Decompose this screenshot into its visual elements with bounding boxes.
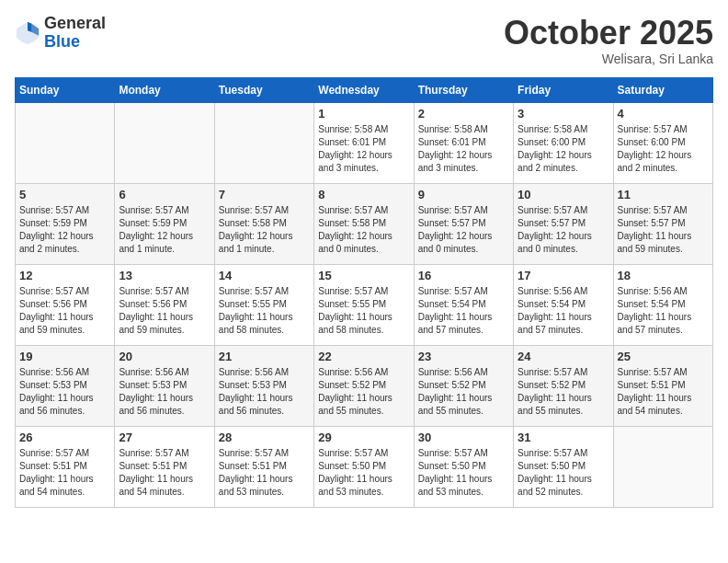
calendar-cell: 15Sunrise: 5:57 AM Sunset: 5:55 PM Dayli… (314, 264, 414, 345)
day-number: 4 (618, 107, 709, 121)
day-info: Sunrise: 5:57 AM Sunset: 5:51 PM Dayligh… (618, 366, 709, 418)
day-number: 21 (219, 350, 310, 363)
day-number: 14 (219, 269, 310, 282)
day-number: 26 (19, 431, 110, 444)
calendar-cell: 25Sunrise: 5:57 AM Sunset: 5:51 PM Dayli… (613, 345, 712, 426)
day-info: Sunrise: 5:57 AM Sunset: 5:52 PM Dayligh… (518, 366, 609, 418)
day-info: Sunrise: 5:57 AM Sunset: 5:57 PM Dayligh… (618, 204, 709, 256)
calendar-week-4: 19Sunrise: 5:56 AM Sunset: 5:53 PM Dayli… (16, 345, 713, 426)
day-info: Sunrise: 5:56 AM Sunset: 5:53 PM Dayligh… (19, 366, 110, 418)
calendar-cell: 24Sunrise: 5:57 AM Sunset: 5:52 PM Dayli… (514, 345, 613, 426)
day-number: 13 (119, 269, 210, 282)
weekday-header-sunday: Sunday (16, 77, 115, 102)
calendar-cell: 28Sunrise: 5:57 AM Sunset: 5:51 PM Dayli… (214, 426, 313, 507)
day-number: 3 (518, 107, 609, 121)
day-number: 25 (618, 350, 709, 363)
day-info: Sunrise: 5:57 AM Sunset: 5:57 PM Dayligh… (418, 204, 509, 256)
calendar-cell: 6Sunrise: 5:57 AM Sunset: 5:59 PM Daylig… (115, 183, 214, 264)
day-info: Sunrise: 5:56 AM Sunset: 5:53 PM Dayligh… (219, 366, 310, 418)
day-info: Sunrise: 5:57 AM Sunset: 5:51 PM Dayligh… (219, 447, 310, 499)
calendar-cell: 13Sunrise: 5:57 AM Sunset: 5:56 PM Dayli… (115, 264, 214, 345)
day-info: Sunrise: 5:57 AM Sunset: 5:57 PM Dayligh… (518, 204, 609, 256)
calendar-cell: 1Sunrise: 5:58 AM Sunset: 6:01 PM Daylig… (314, 102, 414, 183)
weekday-header-row: SundayMondayTuesdayWednesdayThursdayFrid… (16, 77, 713, 102)
calendar-cell: 17Sunrise: 5:56 AM Sunset: 5:54 PM Dayli… (514, 264, 613, 345)
weekday-header-tuesday: Tuesday (214, 77, 313, 102)
day-info: Sunrise: 5:56 AM Sunset: 5:52 PM Dayligh… (318, 366, 409, 418)
day-info: Sunrise: 5:57 AM Sunset: 5:50 PM Dayligh… (318, 447, 409, 499)
calendar-cell: 10Sunrise: 5:57 AM Sunset: 5:57 PM Dayli… (514, 183, 613, 264)
calendar-cell: 7Sunrise: 5:57 AM Sunset: 5:58 PM Daylig… (214, 183, 313, 264)
calendar-cell: 20Sunrise: 5:56 AM Sunset: 5:53 PM Dayli… (115, 345, 214, 426)
day-number: 10 (518, 188, 609, 201)
calendar-cell (214, 102, 313, 183)
calendar-cell: 23Sunrise: 5:56 AM Sunset: 5:52 PM Dayli… (414, 345, 513, 426)
day-info: Sunrise: 5:57 AM Sunset: 5:50 PM Dayligh… (418, 447, 509, 499)
calendar-cell (16, 102, 115, 183)
logo: General Blue (15, 15, 106, 52)
calendar-week-2: 5Sunrise: 5:57 AM Sunset: 5:59 PM Daylig… (16, 183, 713, 264)
calendar-cell: 11Sunrise: 5:57 AM Sunset: 5:57 PM Dayli… (613, 183, 712, 264)
day-info: Sunrise: 5:57 AM Sunset: 5:55 PM Dayligh… (219, 285, 310, 337)
day-info: Sunrise: 5:57 AM Sunset: 5:56 PM Dayligh… (19, 285, 110, 337)
day-info: Sunrise: 5:57 AM Sunset: 5:59 PM Dayligh… (19, 204, 110, 256)
weekday-header-wednesday: Wednesday (314, 77, 414, 102)
calendar-cell: 8Sunrise: 5:57 AM Sunset: 5:58 PM Daylig… (314, 183, 414, 264)
calendar-cell: 26Sunrise: 5:57 AM Sunset: 5:51 PM Dayli… (16, 426, 115, 507)
calendar-cell: 9Sunrise: 5:57 AM Sunset: 5:57 PM Daylig… (414, 183, 513, 264)
day-info: Sunrise: 5:57 AM Sunset: 5:54 PM Dayligh… (418, 285, 509, 337)
location: Welisara, Sri Lanka (504, 52, 713, 66)
day-info: Sunrise: 5:56 AM Sunset: 5:53 PM Dayligh… (119, 366, 210, 418)
day-info: Sunrise: 5:58 AM Sunset: 6:00 PM Dayligh… (518, 123, 609, 175)
calendar-cell: 2Sunrise: 5:58 AM Sunset: 6:01 PM Daylig… (414, 102, 513, 183)
calendar-week-1: 1Sunrise: 5:58 AM Sunset: 6:01 PM Daylig… (16, 102, 713, 183)
day-info: Sunrise: 5:56 AM Sunset: 5:52 PM Dayligh… (418, 366, 509, 418)
calendar-cell: 27Sunrise: 5:57 AM Sunset: 5:51 PM Dayli… (115, 426, 214, 507)
day-number: 20 (119, 350, 210, 363)
day-number: 18 (618, 269, 709, 282)
day-info: Sunrise: 5:56 AM Sunset: 5:54 PM Dayligh… (518, 285, 609, 337)
day-info: Sunrise: 5:57 AM Sunset: 5:58 PM Dayligh… (219, 204, 310, 256)
day-info: Sunrise: 5:56 AM Sunset: 5:54 PM Dayligh… (618, 285, 709, 337)
calendar-week-3: 12Sunrise: 5:57 AM Sunset: 5:56 PM Dayli… (16, 264, 713, 345)
day-number: 12 (19, 269, 110, 282)
day-info: Sunrise: 5:57 AM Sunset: 5:51 PM Dayligh… (19, 447, 110, 499)
calendar-week-5: 26Sunrise: 5:57 AM Sunset: 5:51 PM Dayli… (16, 426, 713, 507)
day-info: Sunrise: 5:57 AM Sunset: 5:51 PM Dayligh… (119, 447, 210, 499)
weekday-header-friday: Friday (514, 77, 613, 102)
svg-marker-2 (28, 22, 32, 32)
day-number: 29 (318, 431, 409, 444)
day-number: 7 (219, 188, 310, 201)
logo-text: General Blue (44, 15, 106, 52)
day-number: 31 (518, 431, 609, 444)
calendar-cell: 19Sunrise: 5:56 AM Sunset: 5:53 PM Dayli… (16, 345, 115, 426)
day-info: Sunrise: 5:57 AM Sunset: 5:50 PM Dayligh… (518, 447, 609, 499)
weekday-header-monday: Monday (115, 77, 214, 102)
day-number: 24 (518, 350, 609, 363)
day-number: 9 (418, 188, 509, 201)
day-info: Sunrise: 5:57 AM Sunset: 6:00 PM Dayligh… (618, 123, 709, 175)
calendar-cell: 31Sunrise: 5:57 AM Sunset: 5:50 PM Dayli… (514, 426, 613, 507)
day-number: 22 (318, 350, 409, 363)
weekday-header-saturday: Saturday (613, 77, 712, 102)
day-number: 1 (318, 107, 409, 121)
day-info: Sunrise: 5:58 AM Sunset: 6:01 PM Dayligh… (318, 123, 409, 175)
month-title: October 2025 (504, 15, 713, 52)
calendar-cell: 21Sunrise: 5:56 AM Sunset: 5:53 PM Dayli… (214, 345, 313, 426)
day-info: Sunrise: 5:58 AM Sunset: 6:01 PM Dayligh… (418, 123, 509, 175)
day-number: 23 (418, 350, 509, 363)
day-info: Sunrise: 5:57 AM Sunset: 5:58 PM Dayligh… (318, 204, 409, 256)
day-number: 30 (418, 431, 509, 444)
day-number: 2 (418, 107, 509, 121)
day-number: 28 (219, 431, 310, 444)
calendar-cell: 12Sunrise: 5:57 AM Sunset: 5:56 PM Dayli… (16, 264, 115, 345)
day-info: Sunrise: 5:57 AM Sunset: 5:59 PM Dayligh… (119, 204, 210, 256)
calendar-cell: 14Sunrise: 5:57 AM Sunset: 5:55 PM Dayli… (214, 264, 313, 345)
logo-icon (15, 20, 40, 46)
calendar-table: SundayMondayTuesdayWednesdayThursdayFrid… (15, 77, 713, 508)
calendar-cell: 3Sunrise: 5:58 AM Sunset: 6:00 PM Daylig… (514, 102, 613, 183)
day-number: 6 (119, 188, 210, 201)
day-number: 16 (418, 269, 509, 282)
calendar-cell: 18Sunrise: 5:56 AM Sunset: 5:54 PM Dayli… (613, 264, 712, 345)
calendar-cell: 4Sunrise: 5:57 AM Sunset: 6:00 PM Daylig… (613, 102, 712, 183)
